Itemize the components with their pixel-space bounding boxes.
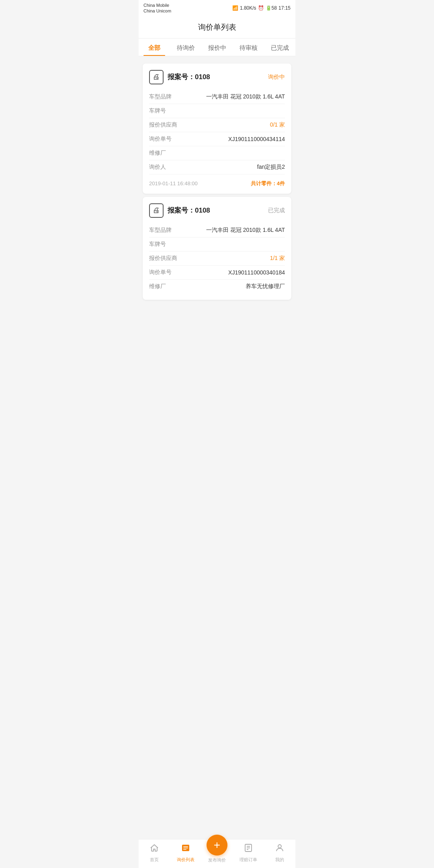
card-header-1: 🖨 报案号：0108 询价中 <box>149 70 285 84</box>
card-row-inquiryno-1: 询价单号 XJ1901110000434114 <box>149 132 285 146</box>
inquiry-list: 🖨 报案号：0108 询价中 车型品牌 一汽丰田 花冠 2010款 1.6L 4… <box>139 56 295 339</box>
card-header-left-1: 🖨 报案号：0108 <box>149 70 210 84</box>
tab-quoting[interactable]: 报价中 <box>201 39 233 56</box>
alarm-icon: ⏰ <box>258 5 264 11</box>
tab-all[interactable]: 全部 <box>139 39 170 56</box>
card-row-plate-2: 车牌号 <box>149 237 285 252</box>
tab-done[interactable]: 已完成 <box>264 39 295 56</box>
card-footer-1: 2019-01-11 16:48:00 共计零件：4件 <box>149 176 285 187</box>
card-parts-1: 共计零件：4件 <box>251 180 285 187</box>
battery-label: 🔋58 <box>266 5 277 11</box>
status-bar: China Mobile China Unicom 📶 1.80K/s ⏰ 🔋5… <box>139 0 295 16</box>
inquiry-card-1[interactable]: 🖨 报案号：0108 询价中 车型品牌 一汽丰田 花冠 2010款 1.6L 4… <box>143 63 291 194</box>
inquiry-card-2[interactable]: 🖨 报案号：0108 已完成 车型品牌 一汽丰田 花冠 2010款 1.6L 4… <box>143 197 291 300</box>
report-no-2: 报案号：0108 <box>168 206 210 215</box>
status-badge-1: 询价中 <box>268 74 285 81</box>
page-title: 询价单列表 <box>139 16 295 39</box>
card-row-brand-2: 车型品牌 一汽丰田 花冠 2010款 1.6L 4AT <box>149 223 285 237</box>
card-row-supplier-1: 报价供应商 0/1 家 <box>149 118 285 132</box>
time-label: 17:15 <box>278 5 291 11</box>
tab-review[interactable]: 待审核 <box>233 39 264 56</box>
card-date-1: 2019-01-11 16:48:00 <box>149 180 198 186</box>
status-badge-2: 已完成 <box>268 207 285 214</box>
card-header-2: 🖨 报案号：0108 已完成 <box>149 203 285 218</box>
carrier1-label: China Mobile <box>143 2 171 8</box>
card-icon-1: 🖨 <box>149 70 164 84</box>
card-header-left-2: 🖨 报案号：0108 <box>149 203 210 218</box>
carrier2-label: China Unicom <box>143 8 171 14</box>
card-row-workshop-2: 维修厂 养车无忧修理厂 <box>149 280 285 293</box>
tab-pending[interactable]: 待询价 <box>170 39 201 56</box>
card-icon-2: 🖨 <box>149 203 164 218</box>
card-row-inquirer-1: 询价人 fan定损员2 <box>149 160 285 174</box>
report-no-1: 报案号：0108 <box>168 72 210 82</box>
speed-label: 1.80K/s <box>240 5 256 11</box>
signal-icon: 📶 <box>232 5 238 11</box>
card-row-workshop-1: 维修厂 <box>149 146 285 160</box>
card-row-plate-1: 车牌号 <box>149 104 285 118</box>
card-row-supplier-2: 报价供应商 1/1 家 <box>149 252 285 266</box>
card-row-inquiryno-2: 询价单号 XJ1901110000340184 <box>149 266 285 280</box>
carrier-info: China Mobile China Unicom <box>143 2 171 14</box>
status-right: 📶 1.80K/s ⏰ 🔋58 17:15 <box>232 5 291 11</box>
card-row-brand-1: 车型品牌 一汽丰田 花冠 2010款 1.6L 4AT <box>149 90 285 104</box>
tab-bar: 全部 待询价 报价中 待审核 已完成 <box>139 39 295 56</box>
